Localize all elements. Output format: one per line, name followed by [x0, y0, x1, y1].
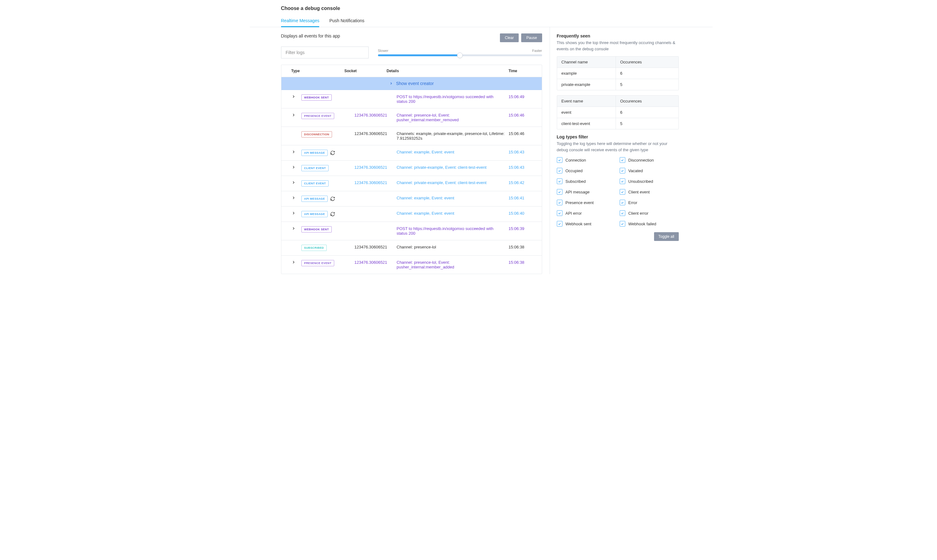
- count-cell: 6: [616, 68, 678, 79]
- event-type-badge: API MESSAGE: [301, 211, 328, 217]
- checkbox-subscribed[interactable]: Subscribed: [557, 178, 616, 184]
- name-cell: private-example: [557, 79, 616, 90]
- channel-table: Channel name Occurences example6private-…: [557, 56, 679, 90]
- tab-push-notifications[interactable]: Push Notifications: [329, 18, 364, 27]
- checkbox-label: Subscribed: [566, 179, 586, 184]
- refresh-icon: [330, 150, 335, 155]
- table-row: client-test-event5: [557, 118, 678, 129]
- event-creator-label: Show event creator: [396, 81, 434, 86]
- name-cell: client-test-event: [557, 118, 616, 129]
- event-time: 15:06:38: [509, 245, 537, 249]
- event-details: POST to https://requestb.in/xotgomxo suc…: [397, 226, 509, 235]
- description-text: Displays all events for this app: [281, 34, 340, 38]
- slider-faster-label: Faster: [532, 49, 542, 52]
- event-type-badge: SUBSCRIBED: [301, 245, 327, 251]
- checkbox-api-message[interactable]: API message: [557, 189, 616, 195]
- name-cell: example: [557, 68, 616, 79]
- clear-button[interactable]: Clear: [500, 34, 519, 42]
- checkbox-connection[interactable]: Connection: [557, 157, 616, 163]
- checkbox-vacated[interactable]: Vacated: [620, 168, 679, 174]
- count-cell: 6: [616, 107, 678, 118]
- table-row: WEBHOOK SENTPOST to https://requestb.in/…: [281, 90, 542, 108]
- table-row: DISCONNECTION123476.30606521Channels: ex…: [281, 127, 542, 145]
- table-row: example6: [557, 68, 678, 79]
- checkbox-label: Occupied: [566, 168, 583, 173]
- tabs: Realtime MessagesPush Notifications: [250, 18, 712, 27]
- chevron-right-icon[interactable]: [291, 260, 296, 265]
- col-time: Time: [509, 69, 537, 73]
- socket-id: 123476.30606521: [354, 131, 397, 136]
- event-time: 15:06:42: [509, 180, 537, 185]
- pause-button[interactable]: Pause: [521, 34, 542, 42]
- checkbox-icon: [620, 189, 625, 195]
- checkbox-icon: [557, 200, 563, 205]
- frequently-seen-subtitle: This shows you the top three most freque…: [557, 40, 679, 52]
- socket-id: 123476.30606521: [354, 180, 397, 185]
- socket-id: 123476.30606521: [354, 165, 397, 170]
- checkbox-label: Connection: [566, 158, 586, 163]
- checkbox-occupied[interactable]: Occupied: [557, 168, 616, 174]
- chevron-right-icon[interactable]: [291, 113, 296, 117]
- chevron-right-icon[interactable]: [291, 226, 296, 231]
- checkbox-disconnection[interactable]: Disconnection: [620, 157, 679, 163]
- checkbox-label: Unsubscribed: [629, 179, 653, 184]
- chevron-right-icon[interactable]: [291, 165, 296, 169]
- table-row: event6: [557, 107, 678, 118]
- event-time: 15:06:41: [509, 195, 537, 200]
- checkbox-presence-event[interactable]: Presence event: [557, 200, 616, 205]
- table-row: private-example5: [557, 79, 678, 90]
- event-details: Channel: example, Event: event: [397, 195, 509, 200]
- event-details: Channel: presence-lol, Event: pusher_int…: [397, 113, 509, 122]
- event-details: Channel: presence-lol, Event: pusher_int…: [397, 260, 509, 269]
- event-details: Channel: presence-lol: [397, 245, 509, 249]
- speed-slider[interactable]: [378, 54, 542, 56]
- checkbox-client-error[interactable]: Client error: [620, 210, 679, 216]
- event-type-badge: API MESSAGE: [301, 195, 328, 202]
- event-type-badge: CLIENT EVENT: [301, 165, 329, 171]
- filter-input[interactable]: [281, 46, 368, 58]
- chevron-right-icon[interactable]: [291, 180, 296, 185]
- chevron-right-icon[interactable]: [291, 150, 296, 154]
- checkbox-api-error[interactable]: API error: [557, 210, 616, 216]
- checkbox-icon: [557, 210, 563, 216]
- col-socket: Socket: [345, 69, 387, 73]
- socket-id: 123476.30606521: [354, 260, 397, 265]
- checkbox-icon: [620, 210, 625, 216]
- chevron-right-icon[interactable]: [291, 195, 296, 200]
- checkbox-label: Error: [629, 200, 638, 205]
- chevron-right-icon[interactable]: [291, 211, 296, 215]
- checkbox-client-event[interactable]: Client event: [620, 189, 679, 195]
- page-title: Choose a debug console: [281, 6, 681, 11]
- checkbox-icon: [620, 221, 625, 226]
- checkbox-icon: [557, 178, 563, 184]
- checkbox-webhook-sent[interactable]: Webhook sent: [557, 221, 616, 226]
- event-type-badge: CLIENT EVENT: [301, 180, 329, 186]
- chevron-right-icon[interactable]: [291, 94, 296, 99]
- event-time: 15:06:46: [509, 131, 537, 136]
- checkbox-icon: [620, 200, 625, 205]
- checkbox-icon: [620, 168, 625, 174]
- log-types-filter-subtitle: Toggling the log types here will determi…: [557, 141, 679, 153]
- event-time: 15:06:43: [509, 150, 537, 154]
- event-details: Channel: private-example, Event: client-…: [397, 165, 509, 170]
- event-details: Channels: example, private-example, pres…: [397, 131, 509, 141]
- event-name-header: Event name: [557, 95, 616, 106]
- checkbox-icon: [557, 189, 563, 195]
- refresh-icon: [330, 212, 335, 217]
- checkbox-webhook-failed[interactable]: Webhook failed: [620, 221, 679, 226]
- frequently-seen-title: Frequently seen: [557, 34, 679, 38]
- checkbox-label: API error: [566, 211, 582, 215]
- toggle-all-button[interactable]: Toggle all: [654, 232, 679, 241]
- event-table: Event name Occurences event6client-test-…: [557, 95, 679, 129]
- channel-name-header: Channel name: [557, 57, 616, 68]
- event-type-badge: WEBHOOK SENT: [301, 94, 332, 101]
- name-cell: event: [557, 107, 616, 118]
- tab-realtime-messages[interactable]: Realtime Messages: [281, 18, 319, 27]
- event-type-badge: PRESENCE EVENT: [301, 113, 334, 119]
- col-details: Details: [387, 69, 509, 73]
- table-row: PRESENCE EVENT123476.30606521Channel: pr…: [281, 108, 542, 127]
- slider-thumb[interactable]: [457, 52, 463, 58]
- show-event-creator[interactable]: Show event creator: [281, 77, 542, 90]
- checkbox-error[interactable]: Error: [620, 200, 679, 205]
- checkbox-unsubscribed[interactable]: Unsubscribed: [620, 178, 679, 184]
